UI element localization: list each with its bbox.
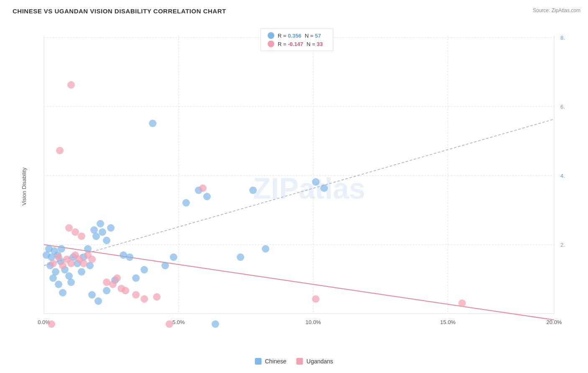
svg-point-40	[99, 228, 106, 236]
svg-point-70	[67, 81, 75, 89]
svg-text:10.0%: 10.0%	[306, 319, 321, 325]
svg-text:20.0%: 20.0%	[547, 319, 562, 325]
legend-color-ugandans	[268, 41, 274, 47]
svg-point-84	[78, 232, 85, 240]
svg-point-76	[67, 260, 75, 267]
svg-point-96	[166, 320, 173, 328]
svg-point-61	[320, 184, 328, 192]
svg-text:4.0%: 4.0%	[560, 173, 565, 179]
svg-point-95	[458, 299, 466, 307]
chart-title: CHINESE VS UGANDAN VISION DISABILITY COR…	[13, 8, 226, 15]
svg-text:5.0%: 5.0%	[172, 319, 185, 325]
svg-point-52	[262, 245, 269, 253]
chart-legend: R = 0.356 N = 57 R = -0.147 N = 33	[261, 28, 333, 51]
bottom-legend-label-chinese: Chinese	[265, 358, 286, 365]
svg-point-93	[199, 184, 207, 192]
svg-point-69	[58, 245, 65, 253]
svg-point-29	[59, 289, 66, 296]
svg-point-32	[67, 278, 75, 286]
svg-point-73	[55, 253, 62, 261]
legend-color-chinese	[268, 32, 274, 39]
svg-point-33	[78, 268, 85, 276]
svg-point-91	[141, 295, 148, 303]
svg-point-63	[126, 253, 133, 261]
source-text: Source: ZipAtlas.com	[533, 8, 580, 13]
bottom-legend-chinese: Chinese	[255, 358, 286, 365]
svg-point-45	[103, 287, 110, 294]
svg-point-60	[312, 178, 320, 186]
legend-n-ugandans: N = 33	[307, 41, 323, 47]
legend-row-ugandans: R = -0.147 N = 33	[268, 41, 326, 47]
bottom-legend: Chinese Ugandans	[255, 358, 333, 365]
svg-point-42	[107, 224, 115, 232]
svg-text:15.0%: 15.0%	[440, 319, 456, 325]
svg-point-79	[80, 260, 87, 267]
svg-point-89	[122, 287, 129, 294]
svg-point-92	[153, 293, 161, 301]
legend-r-chinese: R = 0.356	[278, 33, 302, 39]
svg-point-39	[97, 220, 104, 227]
legend-n-chinese: N = 57	[305, 33, 321, 39]
legend-row-chinese: R = 0.356 N = 57	[268, 32, 326, 39]
svg-point-56	[161, 262, 169, 269]
svg-point-51	[249, 186, 257, 194]
svg-point-48	[149, 120, 156, 127]
svg-point-87	[113, 274, 121, 282]
svg-point-38	[92, 232, 100, 240]
svg-point-86	[109, 281, 117, 288]
svg-point-71	[56, 147, 64, 154]
svg-point-74	[59, 262, 66, 269]
svg-point-94	[312, 295, 320, 303]
svg-text:ZIPatlas: ZIPatlas	[253, 172, 365, 205]
legend-r-ugandans: R = -0.147	[278, 41, 303, 47]
svg-point-90	[132, 291, 140, 299]
svg-text:8.0%: 8.0%	[560, 35, 565, 41]
svg-point-49	[182, 199, 190, 207]
svg-point-82	[65, 224, 73, 232]
svg-line-20	[44, 119, 554, 266]
chart-svg: 8.0% 6.0% 4.0% 2.0% 0.0% 5.0% 10.0% 15.0…	[23, 23, 565, 331]
bottom-legend-box-chinese	[255, 358, 261, 365]
svg-point-41	[103, 237, 110, 244]
svg-point-59	[203, 193, 211, 200]
svg-point-44	[95, 297, 102, 305]
svg-point-72	[49, 260, 57, 267]
svg-point-62	[212, 320, 219, 328]
svg-point-43	[88, 291, 96, 299]
svg-point-81	[88, 255, 96, 263]
svg-point-25	[49, 274, 57, 282]
svg-point-97	[48, 320, 55, 328]
svg-text:2.0%: 2.0%	[560, 242, 565, 248]
svg-point-57	[170, 253, 177, 261]
svg-point-55	[141, 266, 148, 273]
svg-point-83	[72, 228, 79, 236]
svg-point-50	[237, 253, 244, 261]
chart-container: CHINESE VS UGANDAN VISION DISABILITY COR…	[0, 0, 588, 373]
bottom-legend-ugandans: Ugandans	[297, 358, 333, 365]
svg-text:6.0%: 6.0%	[560, 104, 565, 110]
bottom-legend-box-ugandans	[297, 358, 303, 365]
svg-point-54	[132, 274, 140, 282]
bottom-legend-label-ugandans: Ugandans	[307, 358, 333, 365]
svg-point-26	[55, 281, 62, 288]
